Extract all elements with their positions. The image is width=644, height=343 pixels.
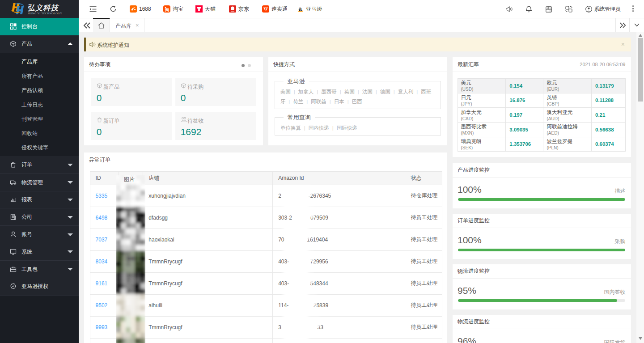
svg-text:弘义科技: 弘义科技	[27, 4, 59, 12]
svg-text:a: a	[298, 5, 302, 12]
svg-text:淘: 淘	[165, 8, 169, 12]
svg-text:HONG YI TECHNOLOGY: HONG YI TECHNOLOGY	[28, 12, 62, 15]
